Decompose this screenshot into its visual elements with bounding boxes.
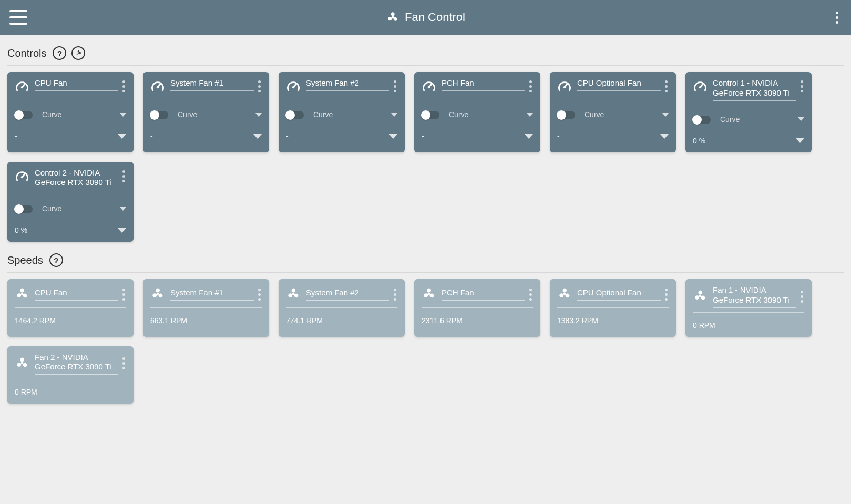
chevron-down-icon [389,134,397,139]
control-name-input[interactable]: PCH Fan [442,78,525,91]
header-more-button[interactable] [833,8,842,27]
curve-dropdown[interactable]: Curve [42,109,126,121]
svg-point-8 [428,86,430,88]
chevron-down-icon [660,134,669,139]
control-status: - [286,132,289,140]
control-name-input[interactable]: CPU Optional Fan [577,78,661,91]
speed-name-input[interactable]: System Fan #2 [306,288,389,301]
expand-row[interactable]: 0 % [15,226,126,234]
divider [286,307,397,308]
expand-row[interactable]: - [15,132,126,140]
card-more-button[interactable] [393,286,397,303]
gauge-icon [15,169,29,186]
speed-rpm-value: 1383.2 RPM [557,316,669,325]
fan-icon [15,286,29,303]
fan-icon [286,286,301,303]
expand-row[interactable]: - [557,132,669,140]
card-more-button[interactable] [528,78,533,95]
curve-dropdown[interactable]: Curve [585,109,669,121]
curve-dropdown[interactable]: Curve [720,114,804,126]
divider [557,307,669,308]
svg-point-18 [428,293,430,295]
svg-point-15 [21,293,24,295]
controls-settings-button[interactable] [71,46,85,60]
svg-point-16 [157,293,159,295]
svg-point-6 [292,86,294,88]
speed-rpm-value: 663.1 RPM [150,316,262,325]
speeds-help-button[interactable]: ? [49,253,63,267]
card-more-button[interactable] [121,286,126,303]
gauge-icon [693,79,708,96]
chevron-down-icon [525,134,533,139]
card-more-button[interactable] [257,286,262,303]
fan-icon [693,289,708,305]
enable-toggle[interactable] [422,111,439,119]
speed-card: CPU Optional Fan1383.2 RPM [550,279,676,337]
card-more-button[interactable] [121,355,126,372]
control-status: 0 % [15,226,27,234]
enable-toggle[interactable] [15,111,33,119]
gauge-icon [286,79,301,96]
speed-name-input[interactable]: PCH Fan [442,288,525,301]
expand-row[interactable]: - [150,132,262,140]
card-more-button[interactable] [664,286,669,303]
control-name-input[interactable]: System Fan #1 [170,78,254,91]
control-status: - [557,132,560,140]
section-title: Speeds [7,254,43,266]
svg-point-10 [563,86,566,88]
controls-help-button[interactable]: ? [53,46,66,60]
control-card: System Fan #2Curve- [279,72,405,152]
control-name-input[interactable]: Control 2 - NVIDIA GeForce RTX 3090 Ti [35,168,118,191]
speed-name-input[interactable]: System Fan #1 [170,288,254,301]
card-more-button[interactable] [121,168,126,184]
speed-name-input[interactable]: CPU Fan [35,288,118,301]
control-card: CPU Optional FanCurve- [550,72,676,152]
chevron-down-icon [253,134,262,139]
card-more-button[interactable] [799,289,804,305]
dropdown-label: Curve [449,110,468,119]
curve-dropdown[interactable]: Curve [313,109,397,121]
divider [15,379,126,379]
expand-row[interactable]: - [422,132,533,140]
card-more-button[interactable] [257,78,262,95]
card-more-button[interactable] [528,286,533,303]
fan-icon [150,286,165,303]
control-name-input[interactable]: System Fan #2 [306,78,389,91]
divider [150,307,262,308]
app-header: Fan Control [0,0,851,35]
enable-toggle[interactable] [557,111,575,119]
speeds-grid: CPU Fan1464.2 RPM System Fan #1663.1 RPM… [0,279,851,404]
gauge-icon [150,79,165,96]
expand-row[interactable]: 0 % [693,137,804,145]
enable-toggle[interactable] [15,205,33,213]
dropdown-label: Curve [42,110,61,119]
card-more-button[interactable] [664,78,669,95]
control-status: - [150,132,153,140]
enable-toggle[interactable] [286,111,304,119]
svg-point-4 [157,86,159,88]
fan-icon [422,286,436,303]
curve-dropdown[interactable]: Curve [42,203,126,215]
fan-icon [386,11,399,24]
enable-toggle[interactable] [150,111,168,119]
curve-dropdown[interactable]: Curve [178,109,262,121]
curve-dropdown[interactable]: Curve [449,109,533,121]
control-card: Control 2 - NVIDIA GeForce RTX 3090 TiCu… [7,162,134,242]
speed-name-input[interactable]: Fan 2 - NVIDIA GeForce RTX 3090 Ti [35,353,118,375]
controls-grid: CPU FanCurve- System Fan #1Curve- System… [0,72,851,242]
speed-name-input[interactable]: CPU Optional Fan [577,288,661,301]
speed-name-input[interactable]: Fan 1 - NVIDIA GeForce RTX 3090 Ti [713,285,796,308]
card-more-button[interactable] [121,78,126,95]
section-divider [7,272,844,273]
enable-toggle[interactable] [693,116,711,124]
expand-row[interactable]: - [286,132,397,140]
card-more-button[interactable] [393,78,397,95]
divider [422,307,533,308]
control-name-input[interactable]: Control 1 - NVIDIA GeForce RTX 3090 Ti [713,78,796,101]
card-more-button[interactable] [799,78,804,95]
menu-button[interactable] [9,10,27,25]
app-title: Fan Control [405,11,465,24]
divider [15,307,126,308]
control-name-input[interactable]: CPU Fan [35,78,118,91]
section-divider [7,65,844,66]
